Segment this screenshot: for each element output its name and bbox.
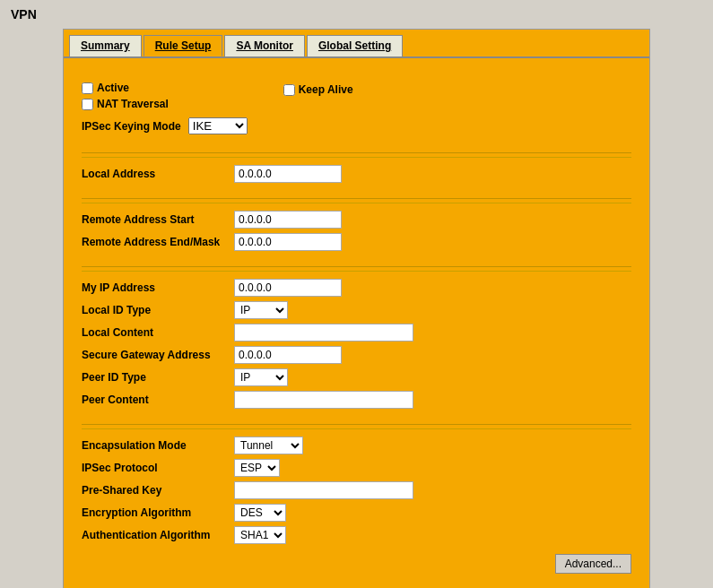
my-ip-input[interactable] <box>234 279 342 297</box>
remote-address-end-input[interactable] <box>234 233 342 251</box>
encapsulation-mode-label: Encapsulation Mode <box>82 439 234 452</box>
tab-rule-setup[interactable]: Rule Setup <box>143 35 223 56</box>
ipsec-keying-mode-select[interactable]: IKE Manual <box>188 117 248 134</box>
remote-address-start-input[interactable] <box>234 211 342 229</box>
peer-content-input[interactable] <box>234 391 413 409</box>
pre-shared-key-label: Pre-Shared Key <box>82 484 234 497</box>
keep-alive-label: Keep Alive <box>299 83 353 96</box>
peer-content-label: Peer Content <box>82 393 234 406</box>
active-label: Active <box>97 82 129 94</box>
local-id-type-select[interactable]: IP FQDN Email <box>234 301 288 319</box>
secure-gateway-label: Secure Gateway Address <box>82 349 234 361</box>
encryption-algorithm-select[interactable]: DES 3DES AES <box>234 504 286 522</box>
local-address-input[interactable] <box>234 165 342 183</box>
main-container: Summary Rule Setup SA Monitor Global Set… <box>63 29 650 588</box>
advanced-button[interactable]: Advanced... <box>555 554 631 574</box>
pre-shared-key-input[interactable] <box>234 481 413 499</box>
tab-bar: Summary Rule Setup SA Monitor Global Set… <box>64 30 649 58</box>
active-checkbox[interactable] <box>82 82 93 94</box>
tab-summary[interactable]: Summary <box>69 35 142 56</box>
ipsec-protocol-select[interactable]: ESP AH <box>234 459 280 477</box>
keep-alive-checkbox[interactable] <box>283 84 295 96</box>
local-content-input[interactable] <box>234 324 413 342</box>
peer-id-type-label: Peer ID Type <box>82 371 234 384</box>
remote-address-start-label: Remote Address Start <box>82 213 234 226</box>
ipsec-protocol-label: IPSec Protocol <box>82 462 234 474</box>
nat-traversal-label: NAT Traversal <box>97 98 169 110</box>
encryption-algorithm-label: Encryption Algorithm <box>82 506 234 519</box>
ipsec-keying-mode-label: IPSec Keying Mode <box>82 120 181 133</box>
tab-global-setting[interactable]: Global Setting <box>307 35 403 56</box>
nat-traversal-checkbox[interactable] <box>82 99 93 110</box>
tab-sa-monitor[interactable]: SA Monitor <box>224 35 305 56</box>
auth-algorithm-select[interactable]: SHA1 MD5 <box>234 526 286 544</box>
auth-algorithm-label: Authentication Algorithm <box>82 529 234 541</box>
page-title: VPN <box>0 0 713 29</box>
local-content-label: Local Content <box>82 326 234 339</box>
secure-gateway-input[interactable] <box>234 346 342 364</box>
local-address-label: Local Address <box>82 168 234 180</box>
encapsulation-mode-select[interactable]: Tunnel Transport <box>234 437 303 454</box>
remote-address-end-label: Remote Address End/Mask <box>82 236 234 248</box>
my-ip-label: My IP Address <box>82 281 234 294</box>
peer-id-type-select[interactable]: IP FQDN Email <box>234 368 288 386</box>
local-id-type-label: Local ID Type <box>82 304 234 316</box>
content-area: Active NAT Traversal IPSec Keying Mode I… <box>64 58 649 588</box>
